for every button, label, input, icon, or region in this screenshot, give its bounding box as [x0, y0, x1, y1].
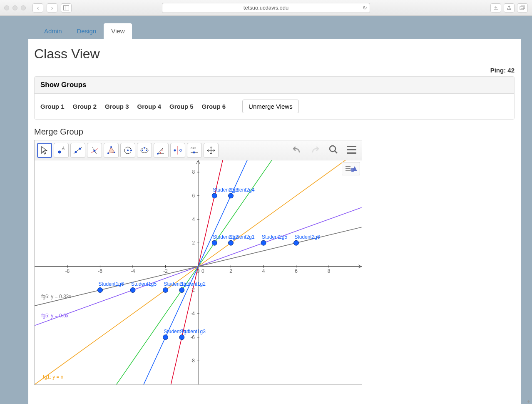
url-text: tetsuo.ucdavis.edu	[244, 5, 288, 11]
svg-text:4: 4	[262, 268, 265, 274]
svg-point-91	[294, 240, 299, 245]
svg-text:6: 6	[295, 268, 298, 274]
svg-point-101	[163, 335, 168, 340]
svg-point-93	[97, 287, 102, 292]
pointer-tool[interactable]	[37, 143, 52, 158]
svg-text:fg1: y = x: fg1: y = x	[43, 374, 63, 380]
svg-text:α: α	[162, 149, 163, 152]
tab-admin[interactable]: Admin	[37, 23, 70, 39]
svg-point-8	[79, 147, 81, 150]
downloads-icon[interactable]	[490, 3, 501, 12]
svg-rect-0	[64, 5, 69, 10]
svg-text:Student2g6: Student2g6	[295, 234, 320, 240]
geogebra-toolbar: A α	[35, 140, 362, 160]
close-window-icon[interactable]	[4, 5, 9, 10]
reload-icon[interactable]: ↻	[363, 5, 367, 11]
svg-rect-2	[520, 7, 524, 10]
nav-tabs: Admin Design View	[28, 16, 521, 39]
group-link[interactable]: Group 4	[137, 103, 162, 110]
group-link[interactable]: Group 6	[202, 103, 226, 110]
svg-point-81	[212, 193, 217, 198]
svg-text:-6: -6	[190, 334, 195, 340]
svg-text:-6: -6	[98, 268, 102, 274]
svg-point-22	[157, 153, 159, 155]
reflect-tool[interactable]	[170, 143, 185, 158]
svg-text:A: A	[62, 146, 65, 150]
angle-tool[interactable]: α	[154, 143, 169, 158]
svg-text:0: 0	[201, 268, 204, 274]
svg-point-89	[261, 240, 266, 245]
window-controls[interactable]	[4, 5, 26, 10]
svg-point-99	[179, 287, 184, 292]
svg-text:-2: -2	[163, 268, 168, 274]
page-title: Class View	[34, 46, 515, 62]
svg-text:-8: -8	[190, 358, 195, 364]
minimize-window-icon[interactable]	[12, 5, 17, 10]
maximize-window-icon[interactable]	[21, 5, 26, 10]
polygon-tool[interactable]	[104, 143, 119, 158]
svg-text:Student1g6: Student1g6	[98, 282, 124, 287]
show-groups-panel: Show Groups Group 1 Group 2 Group 3 Grou…	[34, 76, 515, 120]
line-tool[interactable]	[70, 143, 85, 158]
svg-point-19	[142, 150, 143, 151]
point-tool[interactable]: A	[54, 143, 69, 158]
svg-text:8: 8	[192, 169, 195, 175]
group-link[interactable]: Group 1	[40, 103, 65, 110]
new-tab-button[interactable]: +	[527, 398, 530, 404]
svg-line-6	[74, 147, 82, 154]
forward-button[interactable]: ›	[47, 3, 57, 12]
geogebra-canvas[interactable]: -8-6-4-2024680-8-6-4-22468fg1: y = xfg2:…	[35, 160, 362, 384]
tabs-icon[interactable]	[517, 3, 528, 12]
tab-view[interactable]: View	[104, 23, 132, 39]
svg-text:-4: -4	[131, 268, 135, 274]
merge-group-title: Merge Group	[34, 127, 515, 137]
menu-icon[interactable]	[345, 143, 358, 156]
svg-point-25	[174, 149, 176, 151]
svg-text:a=2: a=2	[191, 146, 196, 150]
svg-point-29	[193, 151, 195, 153]
svg-text:Student2g1: Student2g1	[229, 234, 255, 240]
search-icon[interactable]	[327, 143, 340, 156]
panel-heading: Show Groups	[35, 77, 514, 94]
group-link[interactable]: Group 3	[105, 103, 129, 110]
svg-text:Student1g3: Student1g3	[180, 329, 206, 334]
undo-icon[interactable]	[290, 143, 303, 156]
svg-point-103	[179, 335, 184, 340]
svg-point-85	[212, 240, 217, 245]
unmerge-button[interactable]: Unmerge Views	[242, 100, 299, 113]
svg-text:6: 6	[192, 193, 195, 199]
svg-text:Student2g5: Student2g5	[262, 234, 287, 240]
url-bar[interactable]: tetsuo.ucdavis.edu ↻	[162, 3, 370, 13]
circle-tool[interactable]	[120, 143, 135, 158]
share-icon[interactable]	[504, 3, 515, 12]
svg-point-97	[163, 287, 168, 292]
svg-text:2: 2	[192, 240, 195, 246]
svg-text:Student1g2: Student1g2	[180, 282, 206, 287]
svg-text:4: 4	[192, 217, 195, 222]
svg-point-30	[330, 146, 336, 152]
svg-text:-8: -8	[65, 268, 70, 274]
move-view-tool[interactable]	[204, 143, 219, 158]
page-container: Admin Design View Class View Ping: 42 Sh…	[28, 16, 521, 404]
svg-point-7	[75, 151, 77, 153]
tab-design[interactable]: Design	[70, 23, 104, 39]
style-bar-toggle[interactable]	[342, 162, 360, 175]
svg-point-26	[180, 149, 182, 151]
svg-point-16	[127, 150, 129, 151]
svg-text:Student1g5: Student1g5	[131, 282, 157, 287]
redo-icon[interactable]	[308, 143, 322, 156]
group-link[interactable]: Group 2	[73, 103, 97, 110]
svg-text:-4: -4	[190, 311, 195, 317]
svg-point-21	[144, 147, 145, 149]
slider-tool[interactable]: a=2	[187, 143, 202, 158]
svg-point-95	[130, 287, 135, 292]
svg-line-31	[335, 151, 337, 153]
back-button[interactable]: ‹	[32, 3, 43, 12]
perpendicular-tool[interactable]	[87, 143, 102, 158]
ellipse-tool[interactable]	[137, 143, 152, 158]
sidebar-toggle-icon[interactable]	[61, 3, 72, 12]
geogebra-applet: A α	[34, 140, 362, 385]
svg-text:2: 2	[229, 268, 232, 274]
group-link[interactable]: Group 5	[169, 103, 194, 110]
svg-text:Student2g4: Student2g4	[229, 187, 255, 193]
